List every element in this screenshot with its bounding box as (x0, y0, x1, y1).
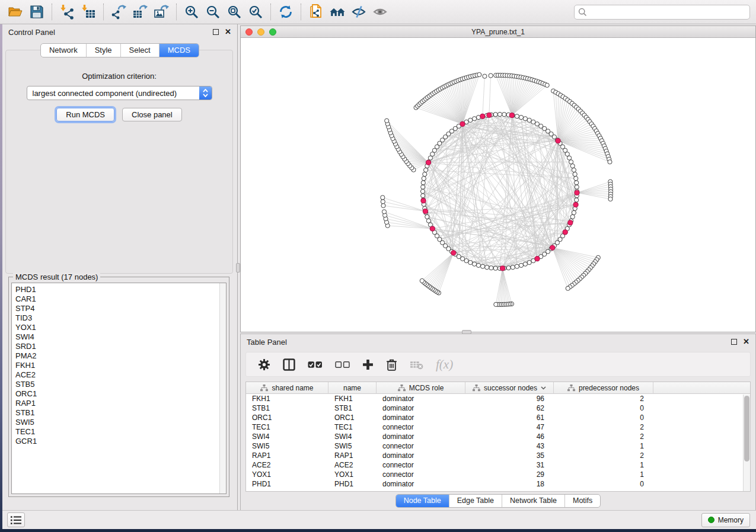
mcds-result-item[interactable]: STB5 (15, 380, 216, 389)
export-network-icon[interactable] (109, 2, 128, 21)
export-image-icon[interactable] (152, 2, 171, 21)
function-builder-icon[interactable]: f(x) (436, 357, 453, 372)
table-row[interactable]: FKH1FKH1dominator962 (246, 394, 750, 403)
delete-table-icon[interactable] (410, 360, 423, 370)
table-divider-handle[interactable] (462, 330, 471, 334)
table-toolbar: f(x) (245, 352, 751, 377)
delete-column-icon[interactable] (386, 358, 397, 371)
table-row[interactable]: TEC1TEC1connector472 (246, 422, 750, 432)
mcds-result-item[interactable]: GCR1 (15, 437, 216, 446)
mcds-result-item[interactable]: SWI4 (15, 332, 216, 342)
close-table-panel-icon[interactable]: ✕ (743, 339, 749, 345)
mcds-result-item[interactable]: SRD1 (15, 342, 216, 351)
float-panel-icon[interactable] (213, 29, 219, 35)
search-input[interactable] (587, 6, 746, 18)
add-column-icon[interactable] (362, 359, 374, 370)
task-history-icon[interactable] (7, 512, 25, 527)
mcds-result-item[interactable]: STP4 (15, 304, 216, 313)
network-window-titlebar[interactable]: YPA_prune.txt_1 (241, 26, 755, 38)
table-cell: 1 (554, 441, 653, 451)
tab-motifs[interactable]: Motifs (564, 495, 600, 507)
mcds-result-item[interactable]: STB1 (15, 408, 216, 418)
memory-button[interactable]: Memory (701, 513, 750, 527)
mcds-result-item[interactable]: CAR1 (15, 294, 216, 304)
table-row[interactable]: SWI4SWI4dominator462 (246, 432, 750, 441)
table-cell: PHD1 (328, 479, 377, 489)
search-box[interactable] (574, 5, 750, 20)
table-row[interactable]: RAP1RAP1dominator352 (246, 451, 750, 460)
import-network-icon[interactable] (58, 2, 76, 21)
zoom-fit-icon[interactable] (225, 2, 244, 21)
column-header-name[interactable]: name (328, 382, 377, 394)
save-icon[interactable] (27, 2, 46, 21)
mcds-result-item[interactable]: PHD1 (15, 285, 216, 294)
export-table-icon[interactable] (130, 2, 149, 21)
mcds-result-item[interactable]: TID3 (15, 313, 216, 323)
zoom-out-icon[interactable] (203, 2, 222, 21)
tab-style[interactable]: Style (86, 44, 120, 57)
table-scrollbar-thumb[interactable] (744, 396, 749, 462)
network-canvas-area[interactable] (241, 39, 755, 332)
tab-network[interactable]: Network (41, 44, 86, 57)
float-table-panel-icon[interactable] (731, 339, 737, 345)
panel-divider-handle[interactable] (236, 263, 240, 273)
hide-graphics-details-icon[interactable] (349, 2, 368, 21)
control-panel: Control Panel ✕ NetworkStyleSelectMCDS O… (2, 24, 238, 510)
table-cell: FKH1 (246, 394, 328, 403)
mcds-result-item[interactable]: RAP1 (15, 399, 216, 408)
document-network-icon[interactable] (307, 2, 326, 21)
houses-icon[interactable] (328, 2, 347, 21)
tab-network-table[interactable]: Network Table (502, 495, 564, 507)
mcds-tab-content: Optimization criterion: largest connecte… (5, 50, 233, 274)
zoom-in-icon[interactable] (182, 2, 201, 21)
table-cell: dominator (377, 403, 465, 413)
deselect-all-icon[interactable] (335, 360, 350, 369)
column-header-successor-nodes[interactable]: successor nodes (465, 382, 554, 394)
mcds-result-item[interactable]: YOX1 (15, 323, 216, 332)
mcds-result-item[interactable]: ACE2 (15, 370, 216, 380)
zoom-selected-icon[interactable] (246, 2, 265, 21)
refresh-network-icon[interactable] (276, 2, 295, 21)
mcds-result-item[interactable]: SWI5 (15, 418, 216, 427)
column-header-predecessor-nodes[interactable]: predecessor nodes (554, 382, 653, 394)
settings-gear-icon[interactable] (258, 358, 270, 371)
toggle-panes-icon[interactable] (283, 358, 295, 371)
table-row[interactable]: ORC1ORC1dominator610 (246, 413, 750, 422)
show-graphics-details-icon[interactable] (371, 2, 390, 21)
table-row[interactable]: ACE2ACE2connector311 (246, 460, 750, 470)
select-all-icon[interactable] (308, 360, 323, 369)
table-cell: 0 (554, 403, 653, 413)
network-graph[interactable] (241, 39, 755, 332)
criterion-select[interactable]: largest connected component (undirected) (27, 86, 212, 100)
mcds-result-item[interactable]: ORC1 (15, 389, 216, 399)
tab-edge-table[interactable]: Edge Table (449, 495, 502, 507)
mcds-result-item[interactable]: PMA2 (15, 351, 216, 361)
tab-select[interactable]: Select (120, 44, 159, 57)
mcds-list-scrollbar[interactable] (219, 283, 226, 493)
table-row[interactable]: SWI5SWI5connector431 (246, 441, 750, 451)
table-scrollbar[interactable] (743, 395, 750, 491)
table-row[interactable]: PHD1PHD1dominator180 (246, 479, 750, 489)
table-cell: ORC1 (328, 413, 377, 422)
table-cell: 0 (554, 413, 653, 422)
status-bar: Memory (2, 510, 756, 529)
sort-chevron-icon (541, 386, 546, 390)
close-panel-button[interactable]: Close panel (122, 108, 182, 121)
mcds-result-item[interactable]: TEC1 (15, 427, 216, 437)
mcds-result-item[interactable]: FKH1 (15, 361, 216, 370)
import-table-icon[interactable] (79, 2, 98, 21)
close-panel-icon[interactable]: ✕ (225, 29, 231, 35)
run-mcds-button[interactable]: Run MCDS (56, 108, 114, 121)
mcds-result-list[interactable]: PHD1CAR1STP4TID3YOX1SWI4SRD1PMA2FKH1ACE2… (11, 283, 227, 494)
column-header-MCDS-role[interactable]: MCDS role (377, 382, 465, 394)
tab-mcds[interactable]: MCDS (159, 44, 199, 57)
mcds-result-group: MCDS result (17 nodes) PHD1CAR1STP4TID3Y… (8, 277, 229, 497)
tab-node-table[interactable]: Node Table (396, 495, 449, 507)
optimization-criterion-label: Optimization criterion: (6, 72, 232, 81)
table-cell: TEC1 (328, 422, 377, 432)
table-row[interactable]: STB1STB1dominator620 (246, 403, 750, 413)
table-row[interactable]: YOX1YOX1connector291 (246, 470, 750, 479)
column-header-shared-name[interactable]: shared name (246, 382, 328, 394)
open-icon[interactable] (6, 2, 25, 21)
table-cell: 43 (465, 441, 554, 451)
